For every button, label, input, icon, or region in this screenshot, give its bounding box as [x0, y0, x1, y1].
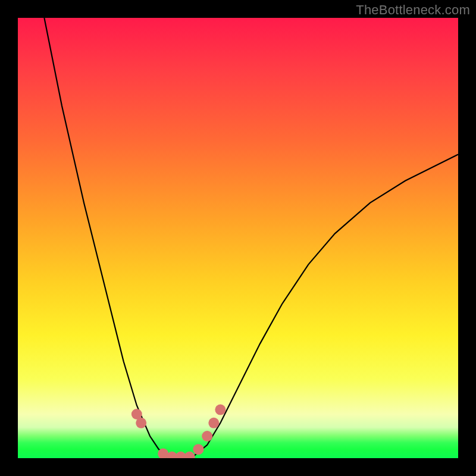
marker-dot — [208, 418, 219, 428]
bottleneck-curve — [44, 18, 458, 458]
marker-dot — [184, 452, 195, 458]
highlight-markers — [131, 405, 226, 458]
chart-frame: TheBottleneck.com — [0, 0, 476, 476]
chart-svg — [18, 18, 458, 458]
marker-dot — [193, 444, 203, 455]
plot-area — [18, 18, 458, 458]
marker-dot — [202, 431, 212, 441]
watermark-text: TheBottleneck.com — [356, 2, 470, 18]
marker-dot — [215, 405, 226, 415]
marker-dot — [136, 418, 146, 428]
